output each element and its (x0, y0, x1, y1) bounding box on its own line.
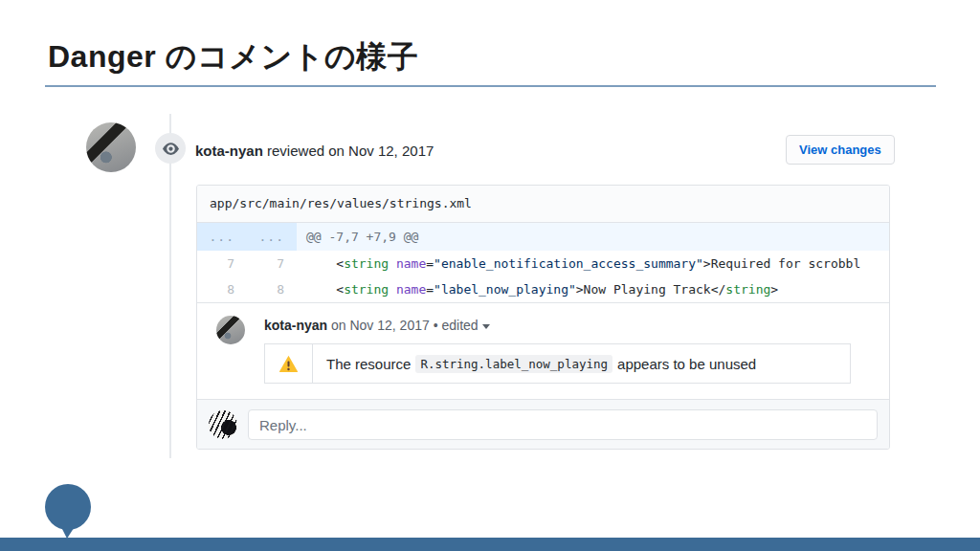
expand-hunk-new[interactable]: ... (247, 223, 297, 251)
comment-author-link[interactable]: kota-nyan (264, 318, 327, 333)
page-title: Danger のコメントの様子 (48, 36, 418, 78)
timeline-line (169, 114, 171, 458)
file-path[interactable]: app/src/main/res/values/strings.xml (210, 196, 472, 210)
danger-warning-table: The resource R.string.label_now_playing … (264, 343, 851, 384)
view-changes-button[interactable]: View changes (786, 135, 895, 165)
warning-code: R.string.label_now_playing (415, 355, 612, 373)
code-line: <string name="enable_notification_access… (297, 251, 889, 276)
diff-hunk-row: ... ... @@ -7,7 +7,9 @@ (197, 223, 889, 251)
speech-balloon-icon (42, 484, 96, 540)
old-line-number: 7 (197, 251, 247, 276)
slide-footer-bar (0, 538, 980, 551)
warning-message: The resource R.string.label_now_playing … (313, 344, 850, 383)
warning-cell (265, 344, 313, 383)
avatar[interactable] (86, 122, 136, 172)
comment-edited-dropdown[interactable]: edited (441, 318, 489, 333)
comment: kota-nyan on Nov 12, 2017 • edited The r… (197, 303, 889, 400)
review-card: app/src/main/res/values/strings.xml ... … (196, 185, 890, 450)
diff-line-row: 88 <string name="label_now_playing">Now … (197, 276, 889, 302)
slide: Danger のコメントの様子 kota-nyan reviewed on No… (0, 0, 980, 551)
new-line-number: 8 (247, 276, 297, 302)
warning-text-after: appears to be unused (617, 356, 756, 372)
comment-avatar[interactable] (216, 316, 245, 344)
hunk-header: @@ -7,7 +7,9 @@ (297, 223, 889, 251)
reply-avatar[interactable] (209, 410, 237, 439)
warning-icon (278, 354, 299, 374)
review-header: kota-nyan reviewed on Nov 12, 2017 (195, 143, 434, 159)
review-action-text: reviewed on Nov 12, 2017 (267, 143, 434, 159)
review-author-link[interactable]: kota-nyan (195, 143, 263, 159)
review-badge (155, 133, 186, 164)
comment-separator: • (434, 318, 438, 333)
expand-hunk-old[interactable]: ... (197, 223, 247, 251)
old-line-number: 8 (197, 276, 247, 302)
title-divider (45, 85, 936, 87)
warning-text-before: The resource (326, 356, 411, 372)
new-line-number: 7 (247, 251, 297, 276)
diff-file-header[interactable]: app/src/main/res/values/strings.xml (197, 186, 889, 223)
diff-lines: 77 <string name="enable_notification_acc… (197, 251, 889, 303)
comment-header: kota-nyan on Nov 12, 2017 • edited (264, 316, 870, 335)
diff-line-row: 77 <string name="enable_notification_acc… (197, 251, 889, 276)
code-line: <string name="label_now_playing">Now Pla… (297, 276, 889, 302)
eye-icon (163, 141, 179, 157)
comment-date: on Nov 12, 2017 (331, 318, 430, 333)
reply-bar (197, 400, 889, 450)
caret-down-icon (482, 324, 490, 329)
reply-input[interactable] (248, 409, 878, 440)
